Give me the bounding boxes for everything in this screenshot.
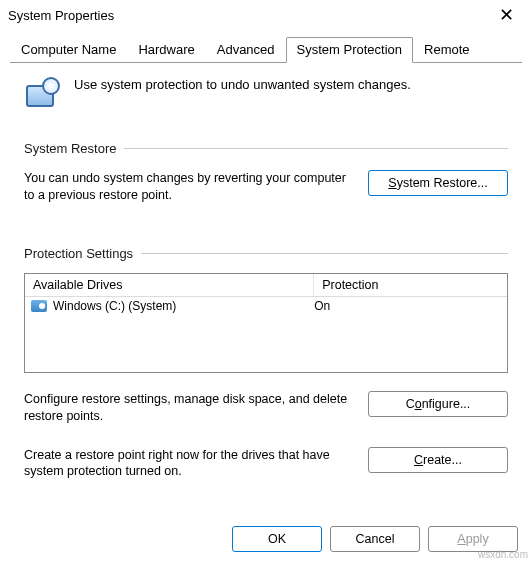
system-restore-text: You can undo system changes by reverting… bbox=[24, 170, 348, 204]
drives-table[interactable]: Available Drives Protection Windows (C:)… bbox=[24, 273, 508, 373]
ok-button[interactable]: OK bbox=[232, 526, 322, 552]
tab-hardware[interactable]: Hardware bbox=[127, 37, 205, 63]
col-header-protection[interactable]: Protection bbox=[314, 274, 507, 296]
section-title-protection-settings: Protection Settings bbox=[24, 246, 133, 261]
divider bbox=[124, 148, 508, 149]
create-text: Create a restore point right now for the… bbox=[24, 447, 348, 481]
section-title-system-restore: System Restore bbox=[24, 141, 116, 156]
drive-protection-status: On bbox=[314, 299, 507, 313]
tab-system-protection[interactable]: System Protection bbox=[286, 37, 414, 63]
col-header-drives[interactable]: Available Drives bbox=[25, 274, 314, 296]
close-icon[interactable]: ✕ bbox=[491, 6, 522, 24]
watermark: wsxdn.com bbox=[478, 549, 528, 560]
tab-panel-system-protection: Use system protection to undo unwanted s… bbox=[10, 62, 522, 502]
tab-remote[interactable]: Remote bbox=[413, 37, 481, 63]
system-restore-button[interactable]: System Restore... bbox=[368, 170, 508, 196]
configure-text: Configure restore settings, manage disk … bbox=[24, 391, 348, 425]
divider bbox=[141, 253, 508, 254]
configure-button[interactable]: Configure... bbox=[368, 391, 508, 417]
tab-advanced[interactable]: Advanced bbox=[206, 37, 286, 63]
table-row[interactable]: Windows (C:) (System) On bbox=[25, 297, 507, 315]
tab-computer-name[interactable]: Computer Name bbox=[10, 37, 127, 63]
dialog-footer: OK Cancel Apply bbox=[232, 526, 518, 552]
cancel-button[interactable]: Cancel bbox=[330, 526, 420, 552]
drive-icon bbox=[31, 300, 47, 312]
system-protection-icon bbox=[24, 77, 60, 113]
drive-name: Windows (C:) (System) bbox=[53, 299, 176, 313]
tabstrip: Computer Name Hardware Advanced System P… bbox=[0, 30, 532, 62]
window-title: System Properties bbox=[8, 8, 114, 23]
intro-text: Use system protection to undo unwanted s… bbox=[74, 77, 411, 92]
create-button[interactable]: Create... bbox=[368, 447, 508, 473]
